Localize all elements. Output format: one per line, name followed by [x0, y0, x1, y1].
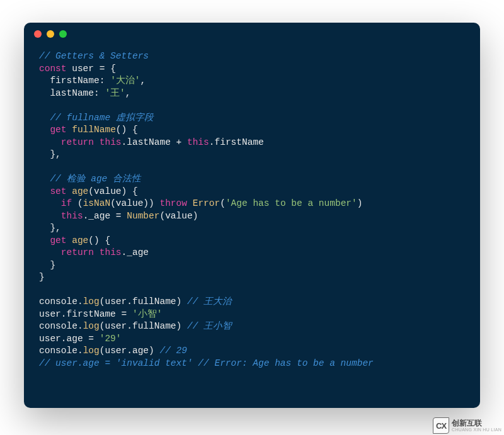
code-token: ,	[140, 76, 146, 86]
code-token: '王'	[105, 88, 125, 98]
code-token: .lastName +	[122, 137, 187, 147]
code-token: Number	[127, 211, 159, 221]
code-token: const	[39, 64, 67, 74]
maximize-icon[interactable]	[59, 30, 67, 38]
code-token	[39, 186, 50, 196]
code-token: '大治'	[110, 76, 140, 86]
code-token	[39, 198, 61, 208]
code-line: },	[39, 223, 61, 233]
code-token: ,	[125, 88, 131, 98]
code-token: return	[61, 137, 94, 147]
code-window: // Getters & Setters const user = { firs…	[24, 23, 480, 408]
code-token: return	[61, 247, 94, 257]
code-token: ._age =	[83, 211, 127, 221]
code-token: (user.fullName)	[100, 321, 187, 331]
code-token: user = {	[67, 64, 116, 74]
titlebar	[24, 23, 480, 45]
code-token: () {	[116, 125, 138, 135]
code-token: lastName:	[39, 88, 105, 98]
code-token: log	[83, 321, 100, 331]
code-token: .firstName	[209, 137, 264, 147]
code-token: set	[50, 186, 66, 196]
code-line: }	[39, 272, 45, 282]
close-icon[interactable]	[34, 30, 42, 38]
code-token: isNaN	[83, 198, 111, 208]
watermark-text: 创新互联 CHUANG XIN HU LIAN	[452, 419, 501, 432]
code-token: // 王大治	[187, 297, 232, 307]
code-line: }	[39, 260, 55, 270]
code-token: firstName:	[39, 76, 110, 86]
code-line: // 检验 age 合法性	[39, 174, 141, 184]
code-token: '小智'	[132, 309, 162, 319]
code-line: // user.age = 'invalid text' // Error: A…	[39, 358, 374, 368]
code-token	[67, 186, 72, 196]
code-block: // Getters & Setters const user = { firs…	[24, 45, 480, 382]
code-token: () {	[88, 235, 110, 246]
code-token: this	[61, 211, 83, 221]
code-line: // fullname 虚拟字段	[39, 113, 154, 123]
code-token: 'Age has to be a number'	[226, 198, 357, 208]
code-token: get	[50, 125, 66, 135]
code-token	[39, 235, 50, 246]
code-token: user.firstName =	[39, 309, 132, 319]
watermark-cn: 创新互联	[452, 419, 501, 427]
code-token: this	[100, 137, 122, 147]
code-token: (	[72, 198, 83, 208]
code-token: (user.fullName)	[100, 297, 187, 307]
code-token: console.	[39, 297, 83, 307]
watermark: CX 创新互联 CHUANG XIN HU LIAN	[433, 417, 501, 434]
code-token: user.age =	[39, 334, 100, 344]
code-token: (	[220, 198, 226, 208]
code-token: get	[50, 235, 66, 246]
code-token: age	[72, 235, 88, 246]
code-token: log	[83, 297, 100, 307]
code-token: (value))	[110, 198, 159, 208]
code-token	[39, 137, 61, 147]
code-token	[94, 137, 100, 147]
code-token: (value) {	[88, 186, 137, 196]
code-token: ._age	[122, 247, 149, 257]
code-line: // Getters & Setters	[39, 51, 149, 61]
code-token: (value)	[159, 211, 198, 221]
code-token: log	[83, 346, 100, 356]
code-token	[67, 125, 72, 135]
code-token	[94, 247, 100, 257]
code-token	[187, 198, 193, 208]
code-token: this	[100, 247, 122, 257]
code-token	[39, 211, 61, 221]
code-token	[67, 235, 72, 246]
code-token: console.	[39, 321, 83, 331]
watermark-icon: CX	[433, 417, 449, 434]
code-token	[39, 247, 61, 257]
code-token: )	[357, 198, 363, 208]
code-token: Error	[193, 198, 220, 208]
code-token: fullName	[72, 125, 116, 135]
code-token: // 29	[159, 346, 187, 356]
code-token: // 王小智	[187, 321, 232, 331]
code-token: throw	[159, 198, 187, 208]
code-token: (user.age)	[100, 346, 160, 356]
minimize-icon[interactable]	[47, 30, 54, 38]
code-token: this	[187, 137, 209, 147]
code-token	[39, 125, 50, 135]
watermark-en: CHUANG XIN HU LIAN	[452, 427, 501, 432]
code-line: },	[39, 149, 61, 159]
code-token: age	[72, 186, 88, 196]
code-token: if	[61, 198, 72, 208]
code-token: console.	[39, 346, 83, 356]
code-token: '29'	[100, 334, 122, 344]
